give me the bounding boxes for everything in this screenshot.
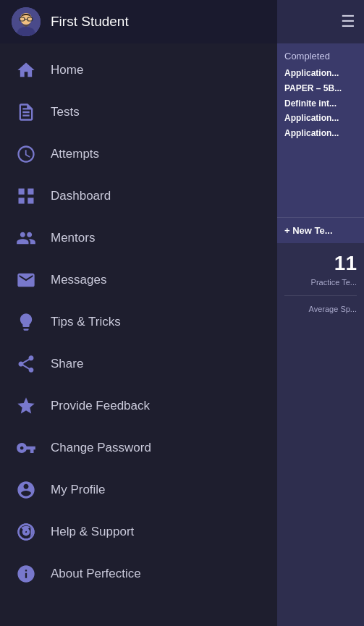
sidebar-item-about[interactable]: About Perfectice — [0, 553, 277, 595]
sidebar-item-label-share: Share — [51, 357, 83, 371]
hamburger-icon[interactable]: ☰ — [341, 12, 355, 31]
completed-item-2[interactable]: Definite int... — [284, 98, 357, 110]
sidebar-item-label-profile: My Profile — [51, 483, 106, 497]
right-panel: ☰ Completed Application... PAPER – 5B...… — [277, 0, 364, 626]
new-test-button[interactable]: + New Te... — [277, 217, 364, 243]
sidebar-item-label-about: About Perfectice — [51, 567, 141, 581]
sidebar-item-profile[interactable]: My Profile — [0, 469, 277, 511]
nav-list: Home Tests Attempts — [0, 43, 277, 601]
sidebar-item-feedback[interactable]: Provide Feedback — [0, 385, 277, 427]
completed-section: Completed Application... PAPER – 5B... D… — [277, 43, 364, 217]
stat-number: 11 — [284, 252, 357, 275]
stats-section: 11 Practice Te... Average Sp... — [277, 243, 364, 626]
completed-item-4[interactable]: Application... — [284, 127, 357, 140]
sidebar-item-tests[interactable]: Tests — [0, 91, 277, 133]
avatar[interactable] — [12, 7, 41, 36]
stat-divider — [284, 295, 357, 296]
completed-label: Completed — [284, 51, 357, 62]
info-circle-icon — [14, 562, 38, 585]
stat-label: Practice Te... — [284, 278, 357, 287]
person-circle-icon — [14, 478, 38, 502]
completed-items-list: Application... PAPER – 5B... Definite in… — [284, 67, 357, 140]
sidebar-header: First Student — [0, 0, 277, 43]
right-header: ☰ — [277, 0, 364, 43]
envelope-icon — [14, 268, 38, 292]
sidebar-item-label-messages: Messages — [51, 273, 106, 287]
sidebar-item-password[interactable]: Change Password — [0, 427, 277, 469]
grid-icon — [14, 185, 38, 208]
lifebuoy-icon — [14, 520, 38, 543]
share-icon — [14, 352, 38, 376]
sidebar-item-label-mentors: Mentors — [51, 231, 95, 245]
sidebar-item-label-attempts: Attempts — [51, 147, 99, 161]
completed-item-1[interactable]: PAPER – 5B... — [284, 83, 357, 95]
sidebar-item-label-help: Help & Support — [51, 525, 134, 539]
sidebar-item-label-password: Change Password — [51, 441, 151, 455]
sidebar-item-mentors[interactable]: Mentors — [0, 217, 277, 259]
sidebar-item-tips[interactable]: Tips & Tricks — [0, 301, 277, 343]
header-title: First Student — [51, 14, 266, 30]
star-icon — [14, 394, 38, 418]
key-icon — [14, 436, 38, 460]
sidebar-item-dashboard[interactable]: Dashboard — [0, 175, 277, 217]
clock-icon — [14, 143, 38, 166]
avg-label: Average Sp... — [284, 305, 357, 313]
home-icon — [14, 59, 38, 82]
document-icon — [14, 101, 38, 124]
completed-item-0[interactable]: Application... — [284, 67, 357, 80]
sidebar-item-label-tests: Tests — [51, 105, 80, 119]
sidebar-item-label-tips: Tips & Tricks — [51, 315, 121, 329]
sidebar-item-help[interactable]: Help & Support — [0, 511, 277, 553]
sidebar-item-label-feedback: Provide Feedback — [51, 399, 150, 413]
users-icon — [14, 227, 38, 250]
bulb-icon — [14, 310, 38, 334]
sidebar-item-label-dashboard: Dashboard — [51, 189, 111, 203]
sidebar: First Student Home Tests — [0, 0, 277, 626]
sidebar-item-share[interactable]: Share — [0, 343, 277, 385]
sidebar-item-label-home: Home — [51, 63, 83, 77]
sidebar-item-messages[interactable]: Messages — [0, 259, 277, 301]
completed-item-3[interactable]: Application... — [284, 112, 357, 124]
sidebar-item-home[interactable]: Home — [0, 49, 277, 91]
sidebar-item-attempts[interactable]: Attempts — [0, 133, 277, 175]
